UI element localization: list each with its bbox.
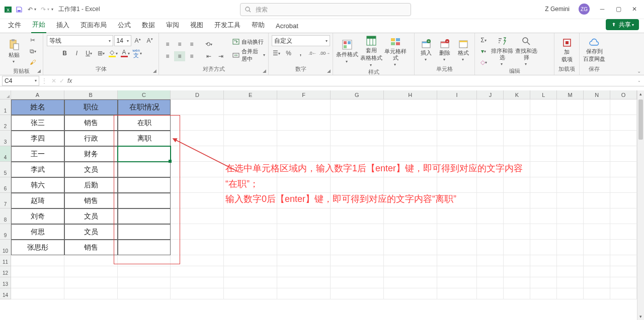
cell[interactable]: 姓名 (11, 99, 64, 115)
name-box[interactable]: C4▾ (2, 76, 39, 86)
cell[interactable] (530, 193, 557, 208)
row-header-2[interactable]: 2 (0, 115, 11, 131)
cell[interactable] (11, 277, 64, 288)
cell[interactable] (530, 224, 557, 240)
cell[interactable] (557, 224, 584, 240)
cell[interactable] (171, 277, 224, 288)
clear-button[interactable]: ◇▾ (478, 57, 489, 67)
cell[interactable] (331, 146, 384, 162)
align-middle-button[interactable]: ≡ (174, 39, 185, 49)
cell[interactable] (584, 177, 610, 193)
cell[interactable] (118, 177, 171, 193)
cell[interactable] (530, 288, 557, 299)
cell[interactable] (557, 146, 584, 162)
tab-file[interactable]: 文件 (7, 19, 22, 33)
cell[interactable] (477, 162, 504, 177)
addins-button[interactable]: 加 载项 (557, 38, 576, 63)
cell[interactable] (557, 277, 584, 288)
cell[interactable] (171, 162, 224, 177)
cell[interactable] (171, 224, 224, 240)
cell[interactable] (171, 177, 224, 193)
cell[interactable] (224, 224, 277, 240)
col-header-I[interactable]: I (437, 90, 477, 99)
row-header-12[interactable]: 12 (0, 266, 11, 277)
wrap-text-button[interactable]: 自动换行 (232, 38, 265, 46)
tab-pagelayout[interactable]: 页面布局 (79, 19, 108, 33)
scroll-up-icon[interactable]: ▴ (637, 90, 644, 97)
format-painter-button[interactable]: 🖌 (27, 57, 38, 67)
font-color-button[interactable]: A▾ (120, 48, 131, 58)
decrease-decimal-button[interactable]: .00→ (319, 48, 331, 58)
paste-button[interactable]: 粘贴 ▾ (3, 39, 25, 64)
cell[interactable]: 职位 (64, 99, 118, 115)
cell[interactable] (504, 115, 530, 131)
cell[interactable]: 王一 (11, 146, 64, 162)
cell[interactable] (610, 146, 637, 162)
qat-customize-icon[interactable]: ▾ (51, 7, 53, 12)
cell[interactable] (277, 162, 331, 177)
cell[interactable] (610, 240, 637, 255)
cell[interactable] (331, 255, 384, 266)
save-baidu-button[interactable]: 保存到 百度网盘 (583, 38, 606, 62)
cell[interactable] (277, 266, 331, 277)
cell[interactable] (557, 115, 584, 131)
row-header-1[interactable]: 1 (0, 99, 11, 115)
cell[interactable] (504, 131, 530, 146)
cell[interactable] (610, 266, 637, 277)
col-header-O[interactable]: O (610, 90, 637, 99)
row-header-10[interactable]: 10 (0, 240, 11, 255)
cell[interactable] (224, 208, 277, 224)
collapse-ribbon-icon[interactable]: ⌄ (637, 68, 641, 74)
cell[interactable] (331, 115, 384, 131)
cell[interactable]: 后勤 (64, 177, 118, 193)
fill-color-button[interactable]: ◇▾ (108, 48, 119, 58)
cell[interactable]: 财务 (64, 146, 118, 162)
format-cells-button[interactable]: 格式▾ (455, 39, 471, 62)
cell[interactable] (557, 240, 584, 255)
increase-decimal-button[interactable]: .0← (307, 48, 318, 58)
cell[interactable] (171, 288, 224, 299)
cell[interactable] (277, 255, 331, 266)
cell[interactable] (277, 208, 331, 224)
cell[interactable] (331, 240, 384, 255)
cell[interactable]: 销售 (64, 193, 118, 208)
cell[interactable] (504, 193, 530, 208)
cell[interactable] (477, 99, 504, 115)
row-header-7[interactable]: 7 (0, 193, 11, 208)
cell[interactable] (437, 193, 477, 208)
cell[interactable] (584, 240, 610, 255)
save-icon[interactable] (15, 6, 23, 14)
tab-insert[interactable]: 插入 (55, 19, 70, 33)
cell[interactable]: 销售 (64, 240, 118, 255)
col-header-B[interactable]: B (64, 90, 118, 99)
cell[interactable] (331, 99, 384, 115)
col-header-C[interactable]: C (118, 90, 171, 99)
sort-filter-button[interactable]: 排序和筛选▾ (491, 36, 513, 67)
conditional-format-button[interactable]: 条件格式▾ (336, 39, 358, 64)
cell[interactable] (277, 115, 331, 131)
cell[interactable] (584, 146, 610, 162)
cell[interactable] (171, 193, 224, 208)
cell[interactable]: 张三 (11, 115, 64, 131)
underline-button[interactable]: U▾ (84, 48, 95, 58)
cell[interactable] (477, 224, 504, 240)
cell[interactable] (437, 277, 477, 288)
cell[interactable] (384, 208, 437, 224)
cell[interactable] (530, 146, 557, 162)
cell[interactable] (437, 240, 477, 255)
cell[interactable] (11, 255, 64, 266)
cell[interactable] (477, 131, 504, 146)
tab-acrobat[interactable]: Acrobat (275, 20, 299, 33)
cell[interactable] (384, 240, 437, 255)
cell[interactable] (331, 208, 384, 224)
cell[interactable] (584, 224, 610, 240)
cell[interactable] (610, 277, 637, 288)
currency-button[interactable]: ☰▾ (271, 48, 282, 58)
cell[interactable] (557, 288, 584, 299)
cell[interactable] (530, 99, 557, 115)
cell[interactable] (530, 162, 557, 177)
share-button[interactable]: 共享 ▾ (606, 19, 639, 30)
cell[interactable] (171, 115, 224, 131)
cell[interactable] (384, 288, 437, 299)
cell[interactable] (224, 193, 277, 208)
